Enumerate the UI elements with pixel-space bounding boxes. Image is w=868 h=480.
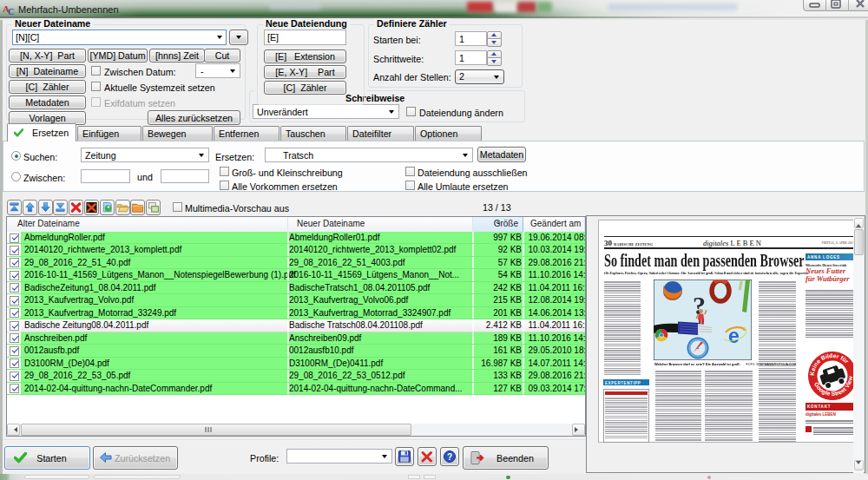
svg-text:C: C [8,7,14,16]
svg-text:?: ? [447,452,452,462]
